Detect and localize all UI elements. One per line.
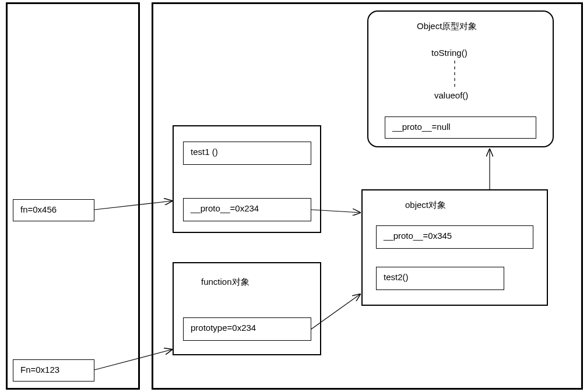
diagram-canvas: fn=0x456 Fn=0x123 test1 () __proto__=0x2… — [0, 0, 587, 392]
object-proto-cell: __proto__=0x345 — [376, 225, 533, 249]
function-box — [173, 262, 321, 355]
object-proto-label: __proto__=0x345 — [384, 231, 452, 241]
inst-proto-cell: __proto__=0x234 — [183, 198, 311, 221]
fn-label: fn=0x456 — [20, 204, 57, 214]
Fn-label: Fn=0x123 — [20, 365, 59, 375]
fn-cell: fn=0x456 — [13, 199, 94, 221]
object-title: object对象 — [405, 200, 446, 211]
test1-label: test1 () — [191, 147, 218, 157]
toString-label: toString() — [431, 48, 468, 58]
prototype-label: prototype=0x234 — [191, 323, 256, 333]
objproto-title: Object原型对象 — [417, 21, 477, 32]
inst-proto-label: __proto__=0x234 — [191, 203, 259, 213]
test2-cell: test2() — [376, 267, 504, 290]
function-title: function对象 — [201, 277, 249, 288]
left-container — [6, 2, 140, 390]
Fn-cell: Fn=0x123 — [13, 359, 94, 382]
objproto-proto-label: __proto__=null — [392, 122, 451, 132]
test1-cell: test1 () — [183, 142, 311, 165]
valueof-label: valueof() — [434, 90, 468, 100]
prototype-cell: prototype=0x234 — [183, 317, 311, 341]
test2-label: test2() — [384, 272, 409, 282]
objproto-proto-cell: __proto__=null — [385, 116, 536, 139]
